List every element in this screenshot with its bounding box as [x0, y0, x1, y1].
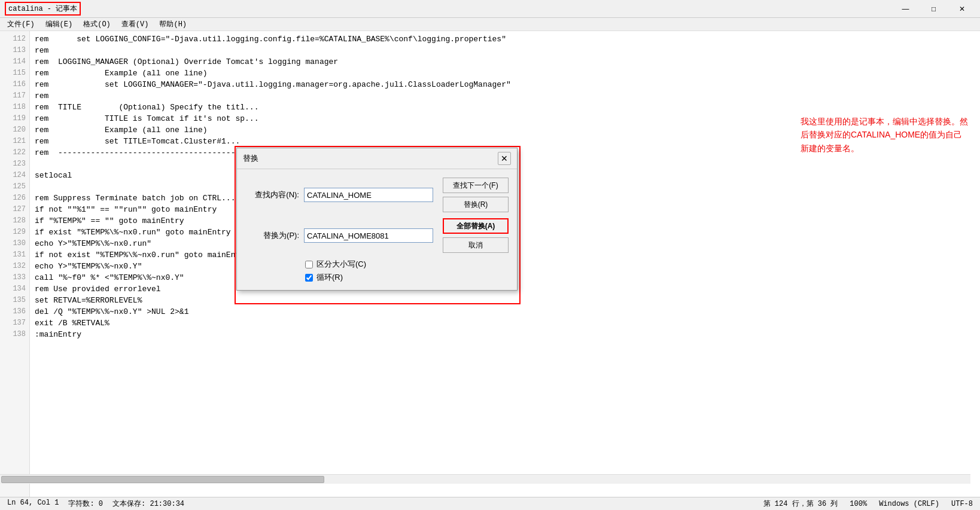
case-sensitive-row: 区分大小写(C) [305, 259, 509, 270]
replace-buttons: 全部替换(A) 取消 [443, 218, 509, 253]
scrollbar-thumb[interactable] [1, 476, 324, 483]
replace-row: 替换为(P): 全部替换(A) 取消 [245, 218, 509, 253]
status-encoding: UTF-8 [951, 500, 973, 508]
loop-row: 循环(R) [305, 272, 509, 283]
menu-edit[interactable]: 编辑(E) [41, 18, 78, 30]
status-line-ending: Windows (CRLF) [879, 500, 939, 508]
replace-label: 替换为(P): [245, 230, 299, 241]
loop-label: 循环(R) [316, 272, 343, 283]
find-row: 查找内容(N): 查找下一个(F) 替换(R) [245, 178, 509, 212]
maximize-button[interactable]: □ [920, 1, 947, 17]
menu-bar: 文件(F) 编辑(E) 格式(O) 查看(V) 帮助(H) [0, 18, 980, 31]
title-bar-buttons: — □ ✕ [892, 1, 975, 17]
find-input[interactable] [304, 188, 433, 202]
status-position: 第 124 行，第 36 列 [763, 499, 838, 509]
menu-format[interactable]: 格式(O) [78, 18, 115, 30]
menu-view[interactable]: 查看(V) [117, 18, 154, 30]
replace-dialog: 替换 ✕ 查找内容(N): 查找下一个(F) 替换(R) 替换为(P): 全部替… [236, 148, 518, 291]
line-numbers: 112 113 114 115 116 117 118 119 120 121 … [0, 31, 30, 497]
window-title: catalina - 记事本 [5, 2, 81, 16]
find-label: 查找内容(N): [245, 190, 299, 200]
find-next-button[interactable]: 查找下一个(F) [443, 178, 509, 193]
find-buttons: 查找下一个(F) 替换(R) [443, 178, 509, 212]
case-sensitive-checkbox[interactable] [305, 261, 313, 268]
status-words: 文本保存: 21:30:34 [112, 499, 184, 509]
dialog-title: 替换 [243, 153, 258, 164]
editor-area: 112 113 114 115 116 117 118 119 120 121 … [0, 31, 980, 497]
dialog-close-button[interactable]: ✕ [498, 152, 511, 165]
title-bar-left: catalina - 记事本 [5, 2, 81, 16]
dialog-body: 查找内容(N): 查找下一个(F) 替换(R) 替换为(P): 全部替换(A) … [237, 169, 517, 290]
replace-button[interactable]: 替换(R) [443, 197, 509, 212]
dialog-title-bar: 替换 ✕ [237, 148, 517, 169]
loop-checkbox[interactable] [305, 274, 313, 282]
status-bar: Ln 64, Col 1 字符数: 0 文本保存: 21:30:34 第 124… [0, 497, 980, 510]
case-sensitive-label: 区分大小写(C) [316, 259, 366, 270]
status-info: Ln 64, Col 1 [7, 499, 59, 509]
title-bar: catalina - 记事本 — □ ✕ [0, 0, 980, 18]
menu-help[interactable]: 帮助(H) [154, 18, 191, 30]
status-left: Ln 64, Col 1 字符数: 0 文本保存: 21:30:34 [7, 499, 184, 509]
replace-all-button[interactable]: 全部替换(A) [443, 218, 509, 234]
annotation-text: 我这里使用的是记事本，编辑中选择替换。然后替换对应的CATALINA_HOME的… [801, 115, 968, 155]
minimize-button[interactable]: — [892, 1, 919, 17]
menu-file[interactable]: 文件(F) [2, 18, 39, 30]
cancel-button[interactable]: 取消 [443, 237, 509, 253]
replace-input[interactable] [304, 228, 433, 243]
status-chars: 字符数: 0 [68, 499, 103, 509]
close-button[interactable]: ✕ [948, 1, 975, 17]
scrollbar-horizontal[interactable] [0, 474, 970, 484]
status-zoom: 100% [850, 500, 867, 508]
